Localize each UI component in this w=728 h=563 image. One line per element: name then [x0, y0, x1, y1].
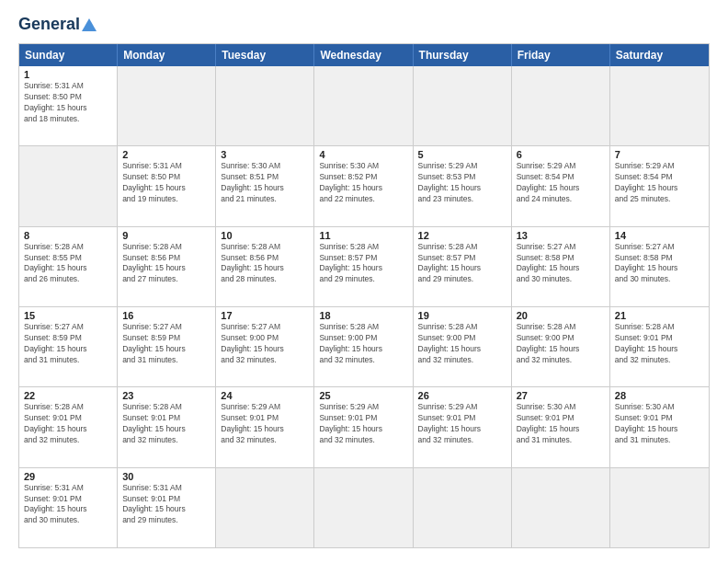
day-info: Sunrise: 5:29 AMSunset: 9:01 PMDaylight:… — [221, 402, 309, 446]
calendar-cell: 8Sunrise: 5:28 AMSunset: 8:55 PMDaylight… — [19, 227, 118, 306]
calendar-cell: 24Sunrise: 5:29 AMSunset: 9:01 PMDayligh… — [216, 387, 314, 466]
day-number: 1 — [24, 69, 112, 80]
day-info: Sunrise: 5:28 AMSunset: 9:00 PMDaylight:… — [517, 322, 605, 366]
calendar-cell: 17Sunrise: 5:27 AMSunset: 9:00 PMDayligh… — [216, 307, 314, 386]
day-number: 15 — [24, 310, 112, 321]
calendar-cell: 11Sunrise: 5:28 AMSunset: 8:57 PMDayligh… — [314, 227, 413, 306]
calendar-cell: 6Sunrise: 5:29 AMSunset: 8:54 PMDaylight… — [512, 146, 610, 225]
day-number: 27 — [517, 390, 605, 401]
day-info: Sunrise: 5:27 AMSunset: 8:58 PMDaylight:… — [517, 242, 605, 286]
calendar-cell: 27Sunrise: 5:30 AMSunset: 9:01 PMDayligh… — [512, 387, 610, 466]
calendar-row-4: 22Sunrise: 5:28 AMSunset: 9:01 PMDayligh… — [19, 386, 709, 466]
calendar-header: SundayMondayTuesdayWednesdayThursdayFrid… — [19, 44, 709, 66]
day-number: 29 — [24, 471, 112, 482]
day-info: Sunrise: 5:31 AMSunset: 8:50 PMDaylight:… — [122, 161, 210, 205]
day-number: 24 — [221, 390, 309, 401]
calendar-cell: 30Sunrise: 5:31 AMSunset: 9:01 PMDayligh… — [118, 468, 216, 547]
header-day-thursday: Thursday — [414, 44, 512, 66]
calendar-cell: 12Sunrise: 5:28 AMSunset: 8:57 PMDayligh… — [414, 227, 512, 306]
logo: General — [18, 15, 97, 34]
calendar-cell — [414, 468, 512, 547]
logo-triangle-icon — [82, 18, 97, 31]
day-info: Sunrise: 5:29 AMSunset: 8:53 PMDaylight:… — [418, 161, 506, 205]
day-number: 6 — [517, 149, 605, 160]
day-number: 22 — [24, 390, 112, 401]
day-number: 4 — [319, 149, 407, 160]
day-info: Sunrise: 5:29 AMSunset: 8:54 PMDaylight:… — [517, 161, 605, 205]
header-day-wednesday: Wednesday — [314, 44, 413, 66]
header: General — [18, 15, 710, 34]
day-info: Sunrise: 5:28 AMSunset: 9:01 PMDaylight:… — [122, 402, 210, 446]
day-info: Sunrise: 5:27 AMSunset: 8:59 PMDaylight:… — [122, 322, 210, 366]
day-number: 7 — [615, 149, 704, 160]
day-info: Sunrise: 5:31 AMSunset: 9:01 PMDaylight:… — [24, 483, 112, 527]
day-number: 11 — [319, 230, 407, 241]
header-day-saturday: Saturday — [610, 44, 709, 66]
calendar: SundayMondayTuesdayWednesdayThursdayFrid… — [18, 43, 710, 548]
day-info: Sunrise: 5:27 AMSunset: 8:59 PMDaylight:… — [24, 322, 112, 366]
calendar-cell: 7Sunrise: 5:29 AMSunset: 8:54 PMDaylight… — [610, 146, 709, 225]
day-number: 16 — [122, 310, 210, 321]
calendar-cell: 22Sunrise: 5:28 AMSunset: 9:01 PMDayligh… — [19, 387, 118, 466]
day-number: 14 — [615, 230, 704, 241]
day-number: 9 — [122, 230, 210, 241]
calendar-cell: 23Sunrise: 5:28 AMSunset: 9:01 PMDayligh… — [118, 387, 216, 466]
calendar-cell: 3Sunrise: 5:30 AMSunset: 8:51 PMDaylight… — [216, 146, 314, 225]
day-number: 3 — [221, 149, 309, 160]
day-number: 10 — [221, 230, 309, 241]
day-info: Sunrise: 5:28 AMSunset: 8:56 PMDaylight:… — [221, 242, 309, 286]
day-number: 18 — [319, 310, 407, 321]
calendar-cell: 26Sunrise: 5:29 AMSunset: 9:01 PMDayligh… — [414, 387, 512, 466]
calendar-cell — [610, 66, 709, 145]
day-info: Sunrise: 5:28 AMSunset: 9:00 PMDaylight:… — [418, 322, 506, 366]
day-info: Sunrise: 5:31 AMSunset: 9:01 PMDaylight:… — [122, 483, 210, 527]
day-info: Sunrise: 5:30 AMSunset: 8:51 PMDaylight:… — [221, 161, 309, 205]
day-number: 25 — [319, 390, 407, 401]
day-info: Sunrise: 5:30 AMSunset: 9:01 PMDaylight:… — [615, 402, 704, 446]
day-info: Sunrise: 5:30 AMSunset: 9:01 PMDaylight:… — [517, 402, 605, 446]
calendar-row-3: 15Sunrise: 5:27 AMSunset: 8:59 PMDayligh… — [19, 306, 709, 386]
header-day-tuesday: Tuesday — [216, 44, 314, 66]
day-info: Sunrise: 5:27 AMSunset: 9:00 PMDaylight:… — [221, 322, 309, 366]
calendar-cell — [118, 66, 216, 145]
calendar-cell — [610, 468, 709, 547]
calendar-cell: 10Sunrise: 5:28 AMSunset: 8:56 PMDayligh… — [216, 227, 314, 306]
calendar-cell: 4Sunrise: 5:30 AMSunset: 8:52 PMDaylight… — [314, 146, 413, 225]
header-day-monday: Monday — [118, 44, 216, 66]
day-info: Sunrise: 5:27 AMSunset: 8:58 PMDaylight:… — [615, 242, 704, 286]
day-info: Sunrise: 5:28 AMSunset: 8:57 PMDaylight:… — [319, 242, 407, 286]
day-number: 26 — [418, 390, 506, 401]
day-number: 23 — [122, 390, 210, 401]
calendar-cell: 18Sunrise: 5:28 AMSunset: 9:00 PMDayligh… — [314, 307, 413, 386]
calendar-cell — [216, 66, 314, 145]
calendar-cell — [19, 146, 118, 225]
calendar-cell — [512, 468, 610, 547]
calendar-cell: 19Sunrise: 5:28 AMSunset: 9:00 PMDayligh… — [414, 307, 512, 386]
calendar-cell: 2Sunrise: 5:31 AMSunset: 8:50 PMDaylight… — [118, 146, 216, 225]
day-info: Sunrise: 5:31 AMSunset: 8:50 PMDaylight:… — [24, 81, 112, 125]
day-number: 8 — [24, 230, 112, 241]
calendar-cell: 16Sunrise: 5:27 AMSunset: 8:59 PMDayligh… — [118, 307, 216, 386]
calendar-row-5: 29Sunrise: 5:31 AMSunset: 9:01 PMDayligh… — [19, 467, 709, 547]
day-info: Sunrise: 5:28 AMSunset: 9:00 PMDaylight:… — [319, 322, 407, 366]
calendar-cell: 14Sunrise: 5:27 AMSunset: 8:58 PMDayligh… — [610, 227, 709, 306]
calendar-cell: 28Sunrise: 5:30 AMSunset: 9:01 PMDayligh… — [610, 387, 709, 466]
calendar-cell: 25Sunrise: 5:29 AMSunset: 9:01 PMDayligh… — [314, 387, 413, 466]
day-info: Sunrise: 5:28 AMSunset: 8:57 PMDaylight:… — [418, 242, 506, 286]
day-info: Sunrise: 5:29 AMSunset: 9:01 PMDaylight:… — [418, 402, 506, 446]
calendar-cell — [314, 66, 413, 145]
page: General SundayMondayTuesdayWednesdayThur… — [0, 0, 728, 563]
calendar-cell: 21Sunrise: 5:28 AMSunset: 9:01 PMDayligh… — [610, 307, 709, 386]
day-info: Sunrise: 5:30 AMSunset: 8:52 PMDaylight:… — [319, 161, 407, 205]
day-info: Sunrise: 5:28 AMSunset: 8:55 PMDaylight:… — [24, 242, 112, 286]
day-info: Sunrise: 5:28 AMSunset: 8:56 PMDaylight:… — [122, 242, 210, 286]
day-number: 30 — [122, 471, 210, 482]
calendar-cell: 20Sunrise: 5:28 AMSunset: 9:00 PMDayligh… — [512, 307, 610, 386]
calendar-cell: 15Sunrise: 5:27 AMSunset: 8:59 PMDayligh… — [19, 307, 118, 386]
day-number: 17 — [221, 310, 309, 321]
header-day-friday: Friday — [512, 44, 610, 66]
calendar-cell — [414, 66, 512, 145]
logo-general: General — [18, 15, 80, 34]
day-number: 5 — [418, 149, 506, 160]
day-info: Sunrise: 5:29 AMSunset: 8:54 PMDaylight:… — [615, 161, 704, 205]
